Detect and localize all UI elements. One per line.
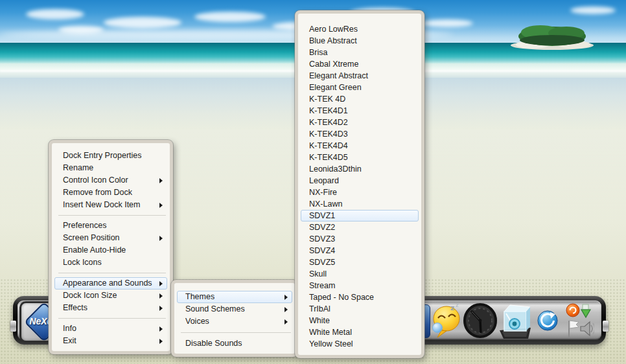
dock-context-menu: Dock Entry PropertiesRenameControl Icon … xyxy=(49,140,173,354)
menu-item-label: Screen Position xyxy=(63,233,120,242)
menu-item-k-tek4d5[interactable]: K-TEK4D5 xyxy=(301,152,419,163)
submenu-arrow-icon xyxy=(159,281,163,286)
menu-item-voices[interactable]: Voices xyxy=(177,315,292,328)
menu-item-yellow-steel[interactable]: Yellow Steel xyxy=(301,338,419,350)
menu-item-stream[interactable]: Stream xyxy=(301,280,419,291)
menu-item-control-icon-color[interactable]: Control Icon Color xyxy=(54,174,167,187)
menu-item-label: Lock Icons xyxy=(63,258,102,267)
submenu-arrow-icon xyxy=(284,295,288,300)
menu-item-label: White xyxy=(309,316,330,325)
menu-item-sdvz1[interactable]: SDVZ1 xyxy=(301,210,419,222)
themes-submenu: Aero LowResBlue AbstractBrisaCabal Xtrem… xyxy=(295,10,424,358)
menu-item-label: Sound Schemes xyxy=(185,304,245,313)
menu-item-elegant-abstract[interactable]: Elegant Abstract xyxy=(301,70,419,82)
menu-item-leonida3dthin[interactable]: Leonida3Dthin xyxy=(301,163,419,175)
menu-item-label: Appearance and Sounds xyxy=(63,279,152,288)
menu-item-label: Disable Sounds xyxy=(185,339,242,348)
menu-item-sdvz5[interactable]: SDVZ5 xyxy=(301,256,419,268)
menu-item-dock-entry-properties[interactable]: Dock Entry Properties xyxy=(54,150,167,162)
menu-item-label: Insert New Dock Item xyxy=(63,200,140,209)
menu-item-k-tek-4d[interactable]: K-TEK 4D xyxy=(301,93,419,105)
menu-item-label: K-TEK 4D xyxy=(309,95,345,104)
dock-hinge-right xyxy=(603,321,609,332)
menu-item-label: Blue Abstract xyxy=(309,36,357,45)
menu-separator xyxy=(58,215,166,216)
submenu-arrow-icon xyxy=(159,339,163,344)
submenu-arrow-icon xyxy=(159,306,163,311)
cloud xyxy=(194,12,266,22)
submenu-arrow-icon xyxy=(284,307,288,312)
menu-item-appearance-and-sounds[interactable]: Appearance and Sounds xyxy=(54,277,167,290)
menu-separator xyxy=(181,332,291,333)
menu-item-label: Brisa xyxy=(309,48,327,57)
menu-item-label: Leonida3Dthin xyxy=(309,165,362,174)
menu-item-enable-auto-hide[interactable]: Enable Auto-Hide xyxy=(54,244,167,256)
menu-item-rename[interactable]: Rename xyxy=(54,162,167,174)
menu-item-label: Yellow Steel xyxy=(309,339,353,348)
dock-hinge-left xyxy=(10,321,16,332)
clock-icon[interactable] xyxy=(463,302,497,339)
menu-item-tribal[interactable]: TrIbAl xyxy=(301,303,419,315)
menu-item-elegant-green[interactable]: Elegant Green xyxy=(301,82,419,93)
menu-item-label: Remove from Dock xyxy=(63,188,132,197)
menu-item-k-tek4d4[interactable]: K-TEK4D4 xyxy=(301,140,419,152)
menu-item-blue-abstract[interactable]: Blue Abstract xyxy=(301,35,419,47)
menu-item-label: K-TEK4D3 xyxy=(309,130,348,139)
menu-item-aero-lowres[interactable]: Aero LowRes xyxy=(301,23,419,35)
menu-item-preferences[interactable]: Preferences xyxy=(54,220,167,232)
menu-item-skull[interactable]: Skull xyxy=(301,268,419,280)
menu-item-label: Preferences xyxy=(63,221,106,230)
menu-item-disable-sounds[interactable]: Disable Sounds xyxy=(177,337,292,350)
cloud xyxy=(26,9,84,19)
menu-item-k-tek4d3[interactable]: K-TEK4D3 xyxy=(301,128,419,140)
menu-item-label: K-TEK4D4 xyxy=(309,141,348,150)
menu-item-k-tek4d1[interactable]: K-TEK4D1 xyxy=(301,105,419,117)
submenu-arrow-icon xyxy=(159,293,163,299)
menu-item-leopard[interactable]: Leopard xyxy=(301,175,419,187)
menu-item-exit[interactable]: Exit xyxy=(54,335,167,347)
menu-item-dock-icon-size[interactable]: Dock Icon Size xyxy=(54,290,167,302)
menu-item-label: Taped - No Space xyxy=(309,293,374,302)
menu-item-nx-fire[interactable]: NX-Fire xyxy=(301,187,419,198)
submenu-arrow-icon xyxy=(159,178,163,183)
menu-item-sound-schemes[interactable]: Sound Schemes xyxy=(177,303,292,315)
menu-item-info[interactable]: Info xyxy=(54,323,167,335)
menu-item-nx-lawn[interactable]: NX-Lawn xyxy=(301,198,419,210)
svg-text:z: z xyxy=(456,302,459,308)
menu-item-brisa[interactable]: Brisa xyxy=(301,47,419,58)
cloud xyxy=(421,19,473,27)
menu-item-themes[interactable]: Themes xyxy=(177,291,292,303)
menu-item-effects[interactable]: Effects xyxy=(54,302,167,314)
menu-item-screen-position[interactable]: Screen Position xyxy=(54,232,167,244)
menu-item-sdvz4[interactable]: SDVZ4 xyxy=(301,245,419,256)
sound-flag-icon[interactable] xyxy=(566,303,594,338)
menu-item-cabal-xtreme[interactable]: Cabal Xtreme xyxy=(301,58,419,70)
menu-item-label: SDVZ5 xyxy=(309,258,335,267)
menu-item-label: Elegant Abstract xyxy=(309,71,368,80)
menu-item-label: Cabal Xtreme xyxy=(309,60,358,69)
menu-item-label: SDVZ4 xyxy=(309,246,335,255)
menu-item-label: Info xyxy=(63,324,76,333)
menu-item-insert-new-dock-item[interactable]: Insert New Dock Item xyxy=(54,199,167,211)
menu-item-taped-no-space[interactable]: Taped - No Space xyxy=(301,291,419,303)
menu-separator xyxy=(58,273,166,273)
menu-item-lock-icons[interactable]: Lock Icons xyxy=(54,256,167,269)
menu-item-label: NX-Fire xyxy=(309,188,337,197)
refresh-globe-icon[interactable] xyxy=(537,310,558,331)
menu-item-label: Enable Auto-Hide xyxy=(63,245,126,255)
menu-item-sdvz3[interactable]: SDVZ3 xyxy=(301,233,419,245)
menu-item-k-tek4d2[interactable]: K-TEK4D2 xyxy=(301,117,419,128)
menu-item-remove-from-dock[interactable]: Remove from Dock xyxy=(54,187,167,199)
menu-item-label: Rename xyxy=(63,163,93,172)
menu-item-label: TrIbAl xyxy=(309,304,330,313)
menu-item-label: NX-Lawn xyxy=(309,199,342,209)
menu-item-label: K-TEK4D1 xyxy=(309,106,348,115)
menu-item-sdvz2[interactable]: SDVZ2 xyxy=(301,222,419,233)
menu-item-white-metal[interactable]: White Metal xyxy=(301,326,419,338)
sleeping-emoji-icon[interactable]: z z xyxy=(431,302,461,339)
ice-cube-icon[interactable] xyxy=(498,302,532,339)
menu-item-label: Skull xyxy=(309,269,327,279)
menu-item-white[interactable]: White xyxy=(301,315,419,326)
menu-item-label: Dock Entry Properties xyxy=(63,151,142,160)
menu-separator xyxy=(58,318,166,319)
